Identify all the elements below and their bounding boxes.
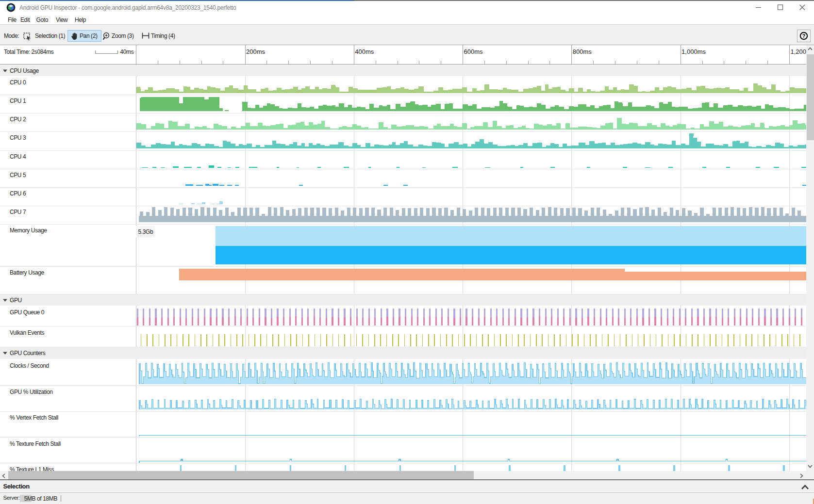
svg-text:?: ? — [802, 33, 805, 39]
